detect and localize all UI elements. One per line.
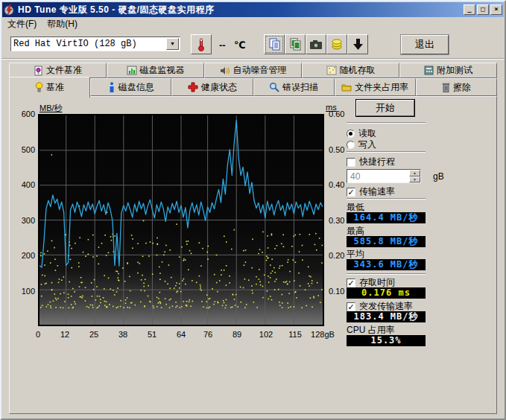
short-stroke-size-value: 40 xyxy=(347,170,409,182)
benchmark-bulb-icon xyxy=(35,82,43,93)
checkbox-icon[interactable] xyxy=(347,158,355,167)
y-tick: 100 xyxy=(11,287,35,296)
temperature-value: -- xyxy=(219,39,226,51)
burst-rate-display: 183.4 MB/秒 xyxy=(347,311,426,322)
short-stroke-checkbox[interactable]: 快捷行程 xyxy=(347,156,395,168)
disk-monitor-icon xyxy=(127,66,137,75)
tab-aam[interactable]: 自动噪音管理 xyxy=(204,63,302,78)
health-icon xyxy=(188,82,198,92)
maximize-button[interactable]: □ xyxy=(477,4,489,15)
window-title: HD Tune 专业版 5.50 - 硬盘/固态硬盘实用程序 xyxy=(18,4,462,16)
chevron-down-icon[interactable]: ▼ xyxy=(166,38,179,50)
x-tick: 25 xyxy=(79,330,109,339)
copy-image-icon xyxy=(289,38,302,51)
transfer-rate-label: 传输速率 xyxy=(359,185,395,198)
copy-icon xyxy=(268,38,281,51)
avg-transfer-rate-display: 343.6 MB/秒 xyxy=(347,259,426,270)
tab-error-scan[interactable]: 错误扫描 xyxy=(253,78,335,96)
checkbox-icon[interactable] xyxy=(347,302,355,311)
y-tick: 400 xyxy=(11,180,35,189)
left-axis-unit: MB/秒 xyxy=(39,103,63,114)
y-tick: 600 xyxy=(11,109,35,118)
tab-disk-monitor[interactable]: 磁盘监视器 xyxy=(107,63,204,78)
tab-label: 磁盘信息 xyxy=(118,81,154,94)
short-stroke-size-stepper[interactable]: 40 ▲ ▼ xyxy=(347,169,421,183)
tab-row-2: 基准 磁盘信息 健康状态 错误扫描 xyxy=(9,78,497,96)
max-transfer-rate-display: 585.8 MB/秒 xyxy=(347,236,426,247)
transfer-rate-checkbox[interactable]: 传输速率 xyxy=(347,185,395,198)
app-window: HD Tune 专业版 5.50 - 硬盘/固态硬盘实用程序 _ □ × 文件(… xyxy=(0,0,506,420)
menu-file[interactable]: 文件(F) xyxy=(2,16,42,32)
x-tick: 128gB xyxy=(308,330,338,339)
save-results-button[interactable] xyxy=(326,34,347,54)
copy-text-button[interactable] xyxy=(264,34,285,54)
download-button[interactable] xyxy=(347,34,368,54)
radio-icon[interactable] xyxy=(347,130,355,138)
y-tick-right: 0.60 xyxy=(329,109,352,118)
start-button[interactable]: 开始 xyxy=(356,100,414,116)
stepper-up-icon[interactable]: ▲ xyxy=(409,170,420,176)
drive-select[interactable]: Red Hat VirtIO (128 gB) ▼ xyxy=(10,36,180,51)
radio-icon[interactable] xyxy=(347,141,355,149)
checkbox-icon[interactable] xyxy=(347,188,355,197)
x-tick: 102 xyxy=(251,330,281,339)
x-tick: 0 xyxy=(23,330,53,339)
benchmark-page: MB/秒 ms 600 500 400 300 200 100 0.60 0.5… xyxy=(9,96,497,414)
y-tick: 300 xyxy=(11,216,35,225)
coins-icon xyxy=(331,38,344,51)
x-tick: 89 xyxy=(222,330,252,339)
tab-benchmark[interactable]: 基准 xyxy=(9,77,90,98)
cpu-usage-display: 15.3% xyxy=(347,335,426,346)
folder-usage-icon xyxy=(341,83,352,92)
x-tick: 76 xyxy=(193,330,223,339)
minimize-button[interactable]: _ xyxy=(464,4,475,15)
extra-tests-icon xyxy=(424,66,434,75)
separator xyxy=(347,198,426,200)
short-stroke-unit: gB xyxy=(433,171,444,182)
title-bar: HD Tune 专业版 5.50 - 硬盘/固态硬盘实用程序 _ □ × xyxy=(2,2,504,17)
tab-random-access[interactable]: 随机存取 xyxy=(302,63,399,78)
tab-file-benchmark[interactable]: 文件基准 xyxy=(9,63,107,78)
close-button[interactable]: × xyxy=(490,4,502,15)
benchmark-chart xyxy=(38,114,324,326)
x-tick: 64 xyxy=(166,330,196,339)
tab-label: 错误扫描 xyxy=(282,81,318,94)
tab-extra-tests[interactable]: 附加测试 xyxy=(399,63,497,78)
down-arrow-icon xyxy=(352,38,364,51)
erase-icon xyxy=(442,82,450,92)
drive-select-value: Red Hat VirtIO (128 gB) xyxy=(11,39,166,49)
stepper-down-icon[interactable]: ▼ xyxy=(409,176,420,183)
error-scan-icon xyxy=(269,82,279,92)
write-radio[interactable]: 写入 xyxy=(347,139,376,151)
temperature-unit: ℃ xyxy=(234,39,246,51)
tab-label: 健康状态 xyxy=(201,81,237,94)
camera-icon xyxy=(309,39,323,50)
separator xyxy=(347,273,426,275)
access-time-display: 0.176 ms xyxy=(347,287,426,299)
x-tick: 12 xyxy=(50,330,80,339)
tab-erase[interactable]: 擦除 xyxy=(416,78,497,96)
min-transfer-rate-display: 164.4 MB/秒 xyxy=(347,212,426,223)
copy-image-button[interactable] xyxy=(285,34,306,54)
random-access-icon xyxy=(326,66,337,75)
screenshot-button[interactable] xyxy=(306,34,326,54)
temperature-button[interactable] xyxy=(191,34,212,54)
write-radio-label: 写入 xyxy=(358,139,376,151)
tab-row-1: 文件基准 磁盘监视器 自动噪音管理 xyxy=(9,63,497,78)
tab-label: 附加测试 xyxy=(437,64,472,77)
x-tick: 51 xyxy=(137,330,167,339)
tab-label: 文件基准 xyxy=(46,64,82,77)
tab-label: 基准 xyxy=(46,81,64,94)
checkbox-icon[interactable] xyxy=(347,279,355,287)
menu-help[interactable]: 帮助(H) xyxy=(42,16,83,32)
hdtune-app-icon xyxy=(4,4,15,16)
menu-bar: 文件(F) 帮助(H) xyxy=(1,17,505,31)
y-tick: 500 xyxy=(11,145,35,154)
exit-button[interactable]: 退出 xyxy=(401,35,449,54)
tab-folder-usage[interactable]: 文件夹占用率 xyxy=(335,78,416,96)
tab-disk-info[interactable]: 磁盘信息 xyxy=(90,78,171,96)
file-benchmark-icon xyxy=(34,66,43,76)
disk-info-icon xyxy=(108,82,116,92)
tab-health[interactable]: 健康状态 xyxy=(171,78,253,96)
tab-label: 磁盘监视器 xyxy=(140,64,185,77)
